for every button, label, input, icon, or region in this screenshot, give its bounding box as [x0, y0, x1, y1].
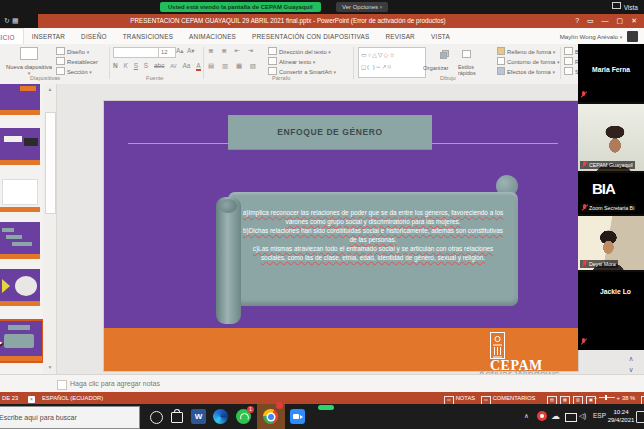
shadow-button[interactable]: S	[144, 62, 148, 69]
align-text-icon	[268, 57, 277, 65]
arrange-button[interactable]	[426, 50, 460, 59]
zoom-level[interactable]: 38 %	[622, 392, 635, 404]
bold-button[interactable]: N	[113, 62, 118, 69]
slide-thumbnail[interactable]	[0, 175, 40, 212]
slide-thumbnail[interactable]	[0, 84, 40, 115]
reset-button[interactable]: Restablecer	[56, 57, 98, 66]
store-icon[interactable]	[171, 412, 183, 423]
zoom-slider-thumb[interactable]	[605, 395, 607, 400]
chrome-badge	[276, 402, 283, 409]
recording-icon[interactable]	[537, 411, 547, 421]
shapes-gallery[interactable]: ▭○△▽◇☆◻( )∼↗⌑	[358, 47, 426, 78]
taskbar: Escribe aquí para buscar W 1 ∧ ☁ ◁) ESP …	[0, 404, 644, 429]
scrollbar-thumb[interactable]	[45, 112, 56, 214]
tab-vista[interactable]: VISTA	[423, 28, 458, 44]
action-center-icon[interactable]	[636, 411, 644, 423]
editor-area: ▲ ▲ ▼ ENFOQUE DE GÉNERO a)Implica recono…	[0, 84, 644, 392]
slide-body-text[interactable]: a)Implica reconocer las relaciones de po…	[240, 208, 506, 263]
slide-counter: DE 23	[2, 392, 18, 404]
tab-inicio[interactable]: INICIO	[0, 28, 24, 45]
strikethrough-button[interactable]: abc	[154, 62, 164, 69]
language-status[interactable]: ESPAÑOL (ECUADOR)	[42, 392, 103, 404]
help-button[interactable]: ?	[572, 14, 582, 28]
quick-styles-label[interactable]: Estilos rápidos	[458, 64, 492, 73]
grow-font-icon[interactable]: A▴	[176, 47, 184, 55]
align-text-button[interactable]: Alinear texto ▾	[268, 57, 315, 66]
zoom-slider[interactable]	[599, 397, 615, 398]
participant-tile-video[interactable]: CEPAM Guayaquil	[578, 104, 644, 171]
view-options-button[interactable]: Ver Opciones ▾	[336, 2, 388, 12]
slide-thumbnail[interactable]	[0, 222, 40, 259]
comments-toggle[interactable]: ▭ COMENTARIOS	[478, 392, 535, 404]
list-buttons[interactable]: ≣ ≣ ⇤ ⇥	[208, 47, 256, 55]
muted-mic-icon	[580, 338, 587, 346]
tab-animaciones[interactable]: ANIMACIONES	[181, 28, 244, 44]
notes-toggle[interactable]: ▭ NOTAS	[441, 392, 475, 404]
close-button[interactable]: ✕	[628, 14, 640, 28]
word-icon[interactable]: W	[191, 409, 206, 424]
zoom-app-icon[interactable]	[290, 409, 305, 424]
slide-thumbnail-selected[interactable]: ▲	[0, 319, 44, 363]
char-spacing-button[interactable]: AV	[170, 63, 176, 69]
chrome-icon[interactable]	[263, 409, 278, 424]
clock[interactable]: 10:24 29/4/2021	[606, 408, 636, 424]
participant-tile[interactable]: Jackie Lo	[578, 272, 644, 350]
screen: ↻▦ PRESENTACION CEPAM GUAYAQUIL 29 ABRIL…	[0, 0, 644, 429]
underline-button[interactable]: S	[134, 62, 138, 69]
notes-resize-handle[interactable]	[57, 380, 67, 390]
edge-icon[interactable]	[213, 409, 228, 424]
undo-icon[interactable]: ↻	[4, 17, 12, 24]
align-buttons[interactable]: ▤ ▥ ▦ ▧	[208, 62, 259, 70]
quick-styles-button[interactable]	[462, 50, 473, 59]
ribbon-options-button[interactable]: ▭	[584, 14, 597, 28]
quick-styles-icon	[462, 50, 471, 58]
arrange-label[interactable]: Organizar	[423, 64, 448, 73]
onedrive-cloud-icon[interactable]: ☁	[551, 411, 560, 429]
previous-slide-button[interactable]: ∧	[624, 354, 638, 364]
tab-transiciones[interactable]: TRANSICIONES	[115, 28, 181, 44]
volume-icon[interactable]: ◁)	[579, 412, 586, 429]
cortana-icon[interactable]	[150, 411, 163, 424]
section-button[interactable]: Sección ▾	[56, 67, 92, 76]
layout-button[interactable]: Diseño ▾	[56, 47, 89, 56]
restore-button[interactable]: ▢	[614, 14, 627, 28]
vista-button[interactable]: Vista	[612, 2, 638, 12]
slide-thumbnail[interactable]	[0, 128, 40, 165]
participant-tile-video[interactable]: Deysi Mora	[578, 216, 644, 270]
keyboard-language[interactable]: ESP	[593, 412, 606, 429]
minimize-button[interactable]: —	[599, 14, 612, 28]
zoom-control[interactable]: − +	[594, 392, 620, 404]
search-input[interactable]: Escribe aquí para buscar	[0, 406, 140, 429]
tab-revisar[interactable]: REVISAR	[377, 28, 422, 44]
participant-tile[interactable]: BIA Zoom Secretaria Bi	[578, 173, 644, 214]
slide-canvas[interactable]: ENFOQUE DE GÉNERO a)Implica reconocer la…	[104, 101, 578, 371]
italic-button[interactable]: K	[124, 62, 128, 69]
tab-presentacion[interactable]: PRESENTACIÓN CON DIAPOSITIVAS	[244, 28, 377, 44]
shrink-font-icon[interactable]: A▾	[187, 47, 195, 55]
slideshow-icon[interactable]: ▦	[12, 17, 21, 24]
fit-to-window-icon[interactable]: ⊡	[638, 392, 644, 404]
shape-effects-button[interactable]: Efectos de forma ▾	[497, 67, 555, 76]
view-buttons[interactable]: ▤▦▥▣	[544, 392, 596, 404]
tray-chevron-icon[interactable]: ∧	[524, 412, 529, 429]
font-name-combo[interactable]	[113, 47, 159, 58]
shape-fill-button[interactable]: Relleno de forma ▾	[497, 47, 555, 56]
spellcheck-icon[interactable]: ×	[28, 392, 35, 404]
participant-tile[interactable]: Maria Ferna	[578, 44, 644, 102]
scroll-up-icon[interactable]: ▲	[45, 85, 55, 94]
text-direction-button[interactable]: Dirección del texto ▾	[268, 47, 331, 56]
account-area[interactable]: Maylín Wong Arévalo ▾	[560, 30, 638, 43]
network-icon[interactable]	[565, 413, 577, 422]
font-color-button[interactable]: A	[196, 62, 200, 71]
change-case-button[interactable]: Aa	[182, 62, 190, 69]
tab-insertar[interactable]: INSERTAR	[24, 28, 73, 44]
scroll-down-icon[interactable]: ▼	[45, 363, 55, 372]
font-size-combo[interactable]: 12	[158, 47, 176, 58]
slide-title: ENFOQUE DE GÉNERO	[277, 127, 383, 137]
shape-outline-button[interactable]: Contorno de forma ▾	[497, 57, 559, 66]
slide-title-box[interactable]: ENFOQUE DE GÉNERO	[228, 115, 432, 150]
slide-thumbnail[interactable]	[0, 269, 40, 306]
status-bar: DE 23 × ESPAÑOL (ECUADOR) ▭ NOTAS ▭ COME…	[0, 392, 644, 404]
tab-diseno[interactable]: DISEÑO	[73, 28, 115, 44]
notes-placeholder[interactable]: Haga clic para agregar notas	[70, 375, 160, 393]
